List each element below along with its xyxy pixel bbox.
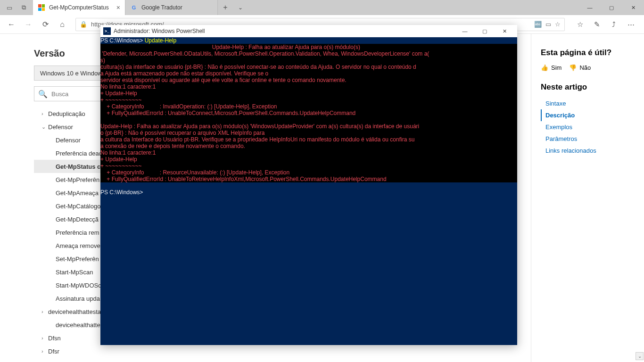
ms-favicon-icon — [38, 4, 45, 11]
tree-label: Defensor — [48, 123, 73, 131]
tab-strip: Get-MpComputerStatus × G Google Tradutor… — [33, 0, 579, 15]
yes-button[interactable]: 👍 Sim — [541, 64, 561, 71]
refresh-button[interactable]: ⟳ — [38, 17, 53, 32]
google-favicon-icon: G — [130, 4, 138, 11]
tree-label: Start-MpScan — [56, 269, 93, 276]
no-button[interactable]: 👎 Não — [569, 64, 591, 71]
toc-link[interactable]: Links relacionados — [541, 145, 635, 156]
tree-label: Preferência rem — [56, 229, 99, 236]
search-icon: 🔍 — [38, 90, 48, 99]
tree-label: Preferência dead — [56, 150, 102, 157]
powershell-title: Administrador: Windows PowerShell — [114, 28, 205, 34]
in-article-heading: Neste artigo — [541, 82, 635, 92]
minimize-button[interactable]: — — [579, 0, 601, 15]
forward-button[interactable]: → — [21, 17, 36, 32]
reader-icon[interactable]: ▭ — [545, 21, 551, 28]
tab-expand-button[interactable]: ⌄ — [233, 0, 248, 15]
tree-label: Get-MpCatálogo — [56, 203, 100, 210]
tree-label: Get-MpAmeaça — [56, 189, 99, 197]
toc: SintaxeDescriçãoExemplosParâmetrosLinks … — [541, 98, 635, 156]
maximize-button[interactable]: ▢ — [601, 0, 622, 15]
chevron-icon: ⌄ — [41, 124, 48, 130]
tree-label: Get-MpDetecçã — [56, 216, 99, 223]
chevron-icon: › — [41, 111, 48, 116]
tree-label: Set-MpPreferên — [56, 255, 99, 263]
tree-label: Assinatura upda — [56, 295, 100, 302]
useful-heading: Esta página é útil? — [541, 48, 635, 58]
close-icon[interactable]: × — [116, 4, 120, 11]
tree-label: Deduplicação — [48, 110, 85, 117]
new-tab-button[interactable]: + — [218, 0, 233, 15]
more-button[interactable]: ⋯ — [625, 19, 636, 30]
toc-link[interactable]: Exemplos — [541, 121, 635, 133]
tree-label: Dfsn — [48, 335, 61, 342]
chevron-icon: › — [41, 309, 48, 314]
psh-minimize-button[interactable]: — — [455, 25, 475, 37]
share-button[interactable]: ⤴ — [608, 19, 619, 30]
chevron-icon: › — [41, 348, 48, 354]
toc-link[interactable]: Parâmetros — [541, 133, 635, 145]
tab-docs[interactable]: Get-MpComputerStatus × — [33, 0, 125, 15]
tab-title: Google Tradutor — [141, 4, 213, 11]
favorite-icon[interactable]: ☆ — [555, 21, 561, 28]
tree-label: Start-MpWDOSc — [56, 282, 101, 289]
right-sidebar: Esta página é útil? 👍 Sim 👎 Não Neste ar… — [531, 34, 644, 362]
psh-close-button[interactable]: ✕ — [495, 25, 514, 37]
browser-titlebar: ▭ ⧉ Get-MpComputerStatus × G Google Trad… — [0, 0, 644, 15]
tree-item[interactable]: ›Dfsr — [34, 345, 184, 358]
translate-icon[interactable]: 🔤 — [534, 21, 542, 28]
home-button[interactable]: ⌂ — [55, 17, 70, 32]
powershell-output[interactable]: PS C:\Windows> Update-Help Update-Help :… — [100, 37, 517, 345]
tree-label: Get-MpPreferên — [56, 176, 99, 183]
notes-button[interactable]: ✎ — [591, 19, 603, 30]
tree-label: Defensor — [56, 137, 81, 144]
tabs-preview-icon[interactable]: ⧉ — [20, 4, 27, 11]
toc-link[interactable]: Sintaxe — [541, 98, 635, 109]
tree-label: Ameaça remove — [56, 242, 100, 249]
tree-label: Dfsr — [48, 348, 59, 355]
favorites-button[interactable]: ☆ — [574, 19, 586, 30]
tab-translate[interactable]: G Google Tradutor — [125, 0, 218, 15]
toc-link[interactable]: Descrição — [541, 109, 635, 121]
chevron-icon: › — [41, 335, 48, 341]
psh-maximize-button[interactable]: ▢ — [475, 25, 495, 37]
tab-title: Get-MpComputerStatus — [49, 4, 113, 11]
lock-icon: 🔒 — [80, 21, 87, 28]
powershell-titlebar[interactable]: >_ Administrador: Windows PowerShell — ▢… — [100, 25, 517, 37]
tree-label: Get-MpStatus c — [56, 163, 100, 170]
powershell-icon: >_ — [103, 27, 111, 35]
close-button[interactable]: ✕ — [622, 0, 644, 15]
powershell-window[interactable]: >_ Administrador: Windows PowerShell — ▢… — [100, 25, 517, 345]
scroll-down-button[interactable]: ⌄ — [636, 352, 644, 360]
tabs-aside-icon[interactable]: ▭ — [6, 4, 13, 11]
back-button[interactable]: ← — [4, 17, 19, 32]
tree-label: devicehealthattesta — [48, 308, 101, 315]
